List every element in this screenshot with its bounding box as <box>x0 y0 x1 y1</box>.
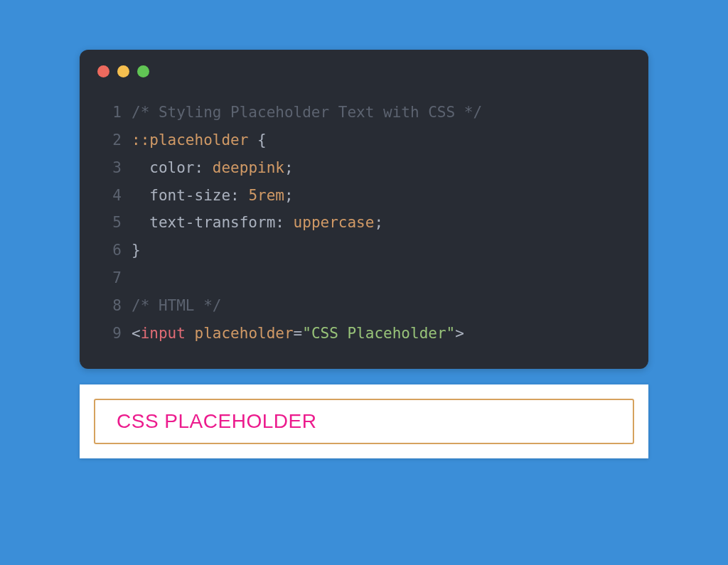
code-token: deeppink <box>213 154 284 182</box>
line-number: 7 <box>97 264 122 292</box>
line-number: 6 <box>97 237 122 264</box>
code-area: 1/* Styling Placeholder Text with CSS */… <box>80 85 648 348</box>
code-line: 9<input placeholder="CSS Placeholder"> <box>97 320 631 348</box>
line-number: 8 <box>97 292 122 320</box>
code-token: ; <box>284 182 294 210</box>
code-token: "CSS Placeholder" <box>302 320 455 348</box>
code-token: ; <box>374 209 383 237</box>
code-token: color <box>149 154 194 182</box>
line-number: 5 <box>97 209 122 237</box>
code-token <box>132 182 149 210</box>
code-line: 6} <box>97 237 631 264</box>
placeholder-demo-input[interactable] <box>94 399 634 444</box>
code-token: { <box>248 127 266 154</box>
code-token <box>186 320 195 348</box>
code-token: ; <box>284 154 294 182</box>
code-line: 4 font-size: 5rem; <box>97 182 631 210</box>
code-token: } <box>132 237 141 264</box>
code-token: ::placeholder <box>132 127 248 154</box>
code-token: : <box>195 154 213 182</box>
code-window: 1/* Styling Placeholder Text with CSS */… <box>80 50 648 369</box>
code-token: 5rem <box>248 182 284 210</box>
code-token: text-transform <box>149 209 275 237</box>
maximize-icon[interactable] <box>137 65 149 77</box>
code-token: < <box>132 320 141 348</box>
code-line: 3 color: deeppink; <box>97 154 631 182</box>
code-token <box>132 154 149 182</box>
code-token: > <box>455 320 464 348</box>
code-token: /* Styling Placeholder Text with CSS */ <box>132 99 482 127</box>
line-number: 3 <box>97 154 122 182</box>
line-number: 1 <box>97 99 122 127</box>
window-controls <box>80 50 648 85</box>
code-line: 5 text-transform: uppercase; <box>97 209 631 237</box>
minimize-icon[interactable] <box>117 65 129 77</box>
line-number: 9 <box>97 320 122 348</box>
line-number: 4 <box>97 182 122 210</box>
code-token: /* HTML */ <box>132 292 221 320</box>
code-line: 8/* HTML */ <box>97 292 631 320</box>
code-line: 1/* Styling Placeholder Text with CSS */ <box>97 99 631 127</box>
close-icon[interactable] <box>97 65 109 77</box>
code-token: placeholder <box>195 320 294 348</box>
line-number: 2 <box>97 127 122 154</box>
code-line: 2::placeholder { <box>97 127 631 154</box>
preview-panel <box>80 384 648 458</box>
code-token: uppercase <box>294 209 375 237</box>
code-token: font-size <box>149 182 230 210</box>
code-token: = <box>294 320 303 348</box>
code-token <box>132 209 149 237</box>
code-token: : <box>230 182 248 210</box>
code-token: : <box>275 209 293 237</box>
code-line: 7 <box>97 264 631 292</box>
code-token: input <box>141 320 186 348</box>
